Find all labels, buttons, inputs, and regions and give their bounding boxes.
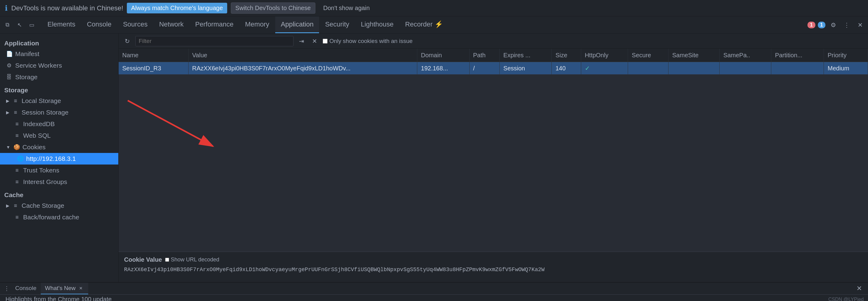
sidebar-item-back-forward-cache[interactable]: ≡ Back/forward cache — [0, 212, 118, 223]
tab-memory[interactable]: Memory — [240, 17, 275, 33]
sidebar-item-cache-storage[interactable]: ▶ ≡ Cache Storage — [0, 200, 118, 212]
sidebar: Application 📄 Manifest ⚙ Service Workers… — [0, 33, 119, 282]
main-layout: Application 📄 Manifest ⚙ Service Workers… — [0, 33, 868, 282]
sidebar-item-cookies[interactable]: ▼ 🍪 Cookies — [0, 141, 118, 153]
inspect-icon[interactable]: ↖ — [14, 20, 24, 30]
cell-expires: Session — [500, 62, 552, 75]
sidebar-item-cookies-url[interactable]: 🌐 http://192.168.3.1 — [0, 153, 118, 165]
match-language-button[interactable]: Always match Chrome's language — [127, 3, 227, 13]
bottom-close-panel-icon[interactable]: ✕ — [853, 283, 866, 294]
sidebar-item-cookies-url-label: http://192.168.3.1 — [26, 155, 76, 162]
cell-samepa — [720, 62, 771, 75]
local-storage-icon: ≡ — [12, 98, 19, 104]
interest-groups-icon: ≡ — [14, 179, 20, 185]
sidebar-storage-section-header: Storage — [0, 84, 118, 95]
bottom-dots-menu[interactable]: ⋮ — [2, 284, 11, 293]
dont-show-again-button[interactable]: Don't show again — [319, 3, 374, 13]
tab-sources[interactable]: Sources — [117, 17, 153, 33]
bottom-tab-console[interactable]: Console — [11, 283, 41, 294]
sidebar-item-session-storage-label: Session Storage — [22, 109, 68, 116]
refresh-button[interactable]: ↻ — [122, 36, 132, 46]
sidebar-item-cache-storage-label: Cache Storage — [22, 202, 64, 209]
bottom-content-row: Highlights from the Chrome 100 update CS… — [0, 295, 868, 301]
httponly-checkmark: ✓ — [585, 65, 590, 72]
close-devtools-icon[interactable]: ✕ — [855, 20, 866, 30]
col-header-size[interactable]: Size — [552, 49, 581, 62]
col-header-expires[interactable]: Expires ... — [500, 49, 552, 62]
cache-storage-expand-icon: ▶ — [6, 203, 9, 208]
sidebar-item-service-workers[interactable]: ⚙ Service Workers — [0, 60, 118, 71]
delete-icon[interactable]: ✕ — [310, 36, 320, 46]
col-header-name[interactable]: Name — [119, 49, 188, 62]
sidebar-item-indexeddb-label: IndexedDB — [23, 120, 55, 128]
bottom-tab-whats-new[interactable]: What's New ✕ — [41, 283, 89, 294]
col-header-secure[interactable]: Secure — [628, 49, 669, 62]
device-icon[interactable]: ▭ — [27, 20, 36, 30]
sidebar-item-storage-top[interactable]: 🗄 Storage — [0, 71, 118, 83]
clear-filter-icon[interactable]: ⇥ — [297, 36, 307, 46]
filter-input[interactable] — [135, 36, 293, 46]
only-issues-label[interactable]: Only show cookies with an issue — [323, 38, 413, 45]
only-issues-text: Only show cookies with an issue — [330, 38, 413, 45]
tab-security[interactable]: Security — [320, 17, 354, 33]
show-url-decoded-label[interactable]: Show URL decoded — [165, 256, 219, 263]
tab-recorder[interactable]: Recorder ⚡ — [400, 17, 448, 33]
sidebar-item-interest-groups[interactable]: ≡ Interest Groups — [0, 176, 118, 188]
tab-console[interactable]: Console — [82, 17, 117, 33]
bottom-attribution: CSDN @LYPied — [829, 297, 868, 301]
sidebar-item-trust-tokens[interactable]: ≡ Trust Tokens — [0, 165, 118, 176]
tab-application[interactable]: Application — [275, 17, 319, 33]
info-icon: ℹ — [5, 4, 8, 12]
col-header-value[interactable]: Value — [188, 49, 417, 62]
col-header-samesite[interactable]: SameSite — [669, 49, 720, 62]
dock-icon[interactable]: ⧉ — [2, 20, 12, 30]
tab-elements[interactable]: Elements — [42, 17, 81, 33]
sidebar-item-indexeddb[interactable]: ≡ IndexedDB — [0, 118, 118, 130]
col-header-path[interactable]: Path — [469, 49, 500, 62]
switch-devtools-button[interactable]: Switch DevTools to Chinese — [231, 2, 315, 14]
col-header-samepa[interactable]: SamePa.. — [720, 49, 771, 62]
tab-lighthouse[interactable]: Lighthouse — [355, 17, 399, 33]
sidebar-item-session-storage[interactable]: ▶ ≡ Session Storage — [0, 107, 118, 118]
show-url-decoded-checkbox[interactable] — [165, 258, 169, 262]
cookies-icon: 🍪 — [13, 144, 20, 150]
cookies-table: Name Value Domain Path Expires ... Size … — [119, 49, 868, 252]
manifest-icon: 📄 — [6, 51, 12, 57]
cell-httponly: ✓ — [581, 62, 628, 75]
cookie-value-text: RAzXX6eIvj43pi0HB3S0F7rArxO0MyeFqid9xLD1… — [124, 266, 863, 274]
content-and-arrow: Name Value Domain Path Expires ... Size … — [119, 49, 868, 282]
col-header-httponly[interactable]: HttpOnly — [581, 49, 628, 62]
sidebar-item-local-storage[interactable]: ▶ ≡ Local Storage — [0, 95, 118, 107]
col-header-partition[interactable]: Partition... — [771, 49, 824, 62]
col-header-domain[interactable]: Domain — [417, 49, 469, 62]
cookie-value-header: Cookie Value Show URL decoded — [124, 256, 863, 263]
sidebar-cache-section-header: Cache — [0, 189, 118, 200]
cell-name: SessionID_R3 — [119, 62, 188, 75]
bottom-tab-console-label: Console — [15, 285, 36, 292]
web-sql-icon: ≡ — [14, 133, 20, 139]
only-issues-checkbox[interactable] — [323, 39, 328, 44]
cell-value: RAzXX6eIvj43pi0HB3S0F7rArxO0MyeFqid9xLD1… — [188, 62, 417, 75]
tab-performance[interactable]: Performance — [190, 17, 239, 33]
more-options-icon[interactable]: ⋮ — [841, 20, 852, 30]
bottom-tab-close-icon[interactable]: ✕ — [78, 285, 84, 291]
cell-priority: Medium — [824, 62, 868, 75]
trust-tokens-icon: ≡ — [14, 167, 20, 174]
col-header-priority[interactable]: Priority — [824, 49, 868, 62]
tab-bar-right: 1 1 ⚙ ⋮ ✕ — [807, 17, 866, 33]
table-row[interactable]: SessionID_R3 RAzXX6eIvj43pi0HB3S0F7rArxO… — [119, 62, 868, 75]
sidebar-item-manifest[interactable]: 📄 Manifest — [0, 48, 118, 60]
cookies-expand-icon: ▼ — [6, 145, 10, 149]
notification-text: DevTools is now available in Chinese! — [11, 4, 123, 12]
service-workers-icon: ⚙ — [6, 62, 12, 69]
bottom-bar: ⋮ Console What's New ✕ ✕ Highlights from… — [0, 282, 868, 301]
bottom-tabs: ⋮ Console What's New ✕ ✕ — [0, 283, 868, 295]
sidebar-item-web-sql[interactable]: ≡ Web SQL — [0, 130, 118, 141]
cell-domain: 192.168... — [417, 62, 469, 75]
tab-bar-left-icons: ⧉ ↖ ▭ — [2, 17, 41, 33]
tab-network[interactable]: Network — [154, 17, 189, 33]
cookies-data-table: Name Value Domain Path Expires ... Size … — [119, 49, 868, 75]
cell-samesite — [669, 62, 720, 75]
info-badge: 1 — [818, 22, 826, 28]
settings-icon[interactable]: ⚙ — [828, 20, 839, 30]
